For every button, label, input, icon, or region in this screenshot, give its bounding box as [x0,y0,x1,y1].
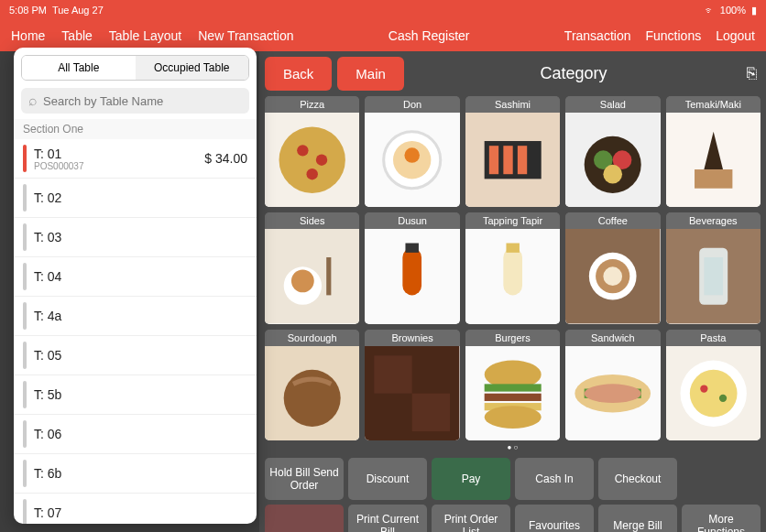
category-label: Dusun [365,212,459,229]
nav-table-layout[interactable]: Table Layout [109,28,181,43]
status-bar-indicator [23,263,27,290]
back-button[interactable]: Back [265,57,332,91]
category-tile[interactable]: Tapping Tapir [465,212,560,323]
status-bar-indicator [23,342,27,369]
food-image [565,229,660,323]
svg-point-56 [700,385,707,392]
hold-bill-button[interactable]: Hold Bill Send Order [265,458,344,500]
category-tile[interactable]: Sandwich [565,330,660,440]
category-tile[interactable]: Sides [265,212,359,323]
section-header: Section One [14,119,257,139]
table-name: T: 05 [34,348,247,363]
table-name: T: 07 [34,505,247,520]
svg-rect-42 [412,394,450,431]
food-image [565,346,660,440]
food-image [465,346,560,440]
category-tile[interactable]: Pizza [265,96,359,207]
discount-button[interactable]: Discount [348,458,427,500]
page-dots: ● ○ [265,440,761,454]
table-row[interactable]: T: 06 [14,415,257,454]
table-row[interactable]: T: 05 [14,336,257,375]
category-label: Sandwich [565,330,660,346]
pay-button[interactable]: Pay [432,458,510,500]
table-name: T: 02 [34,190,247,205]
nav-transaction[interactable]: Transaction [564,28,631,43]
print-bill-button[interactable]: Print Current Bill [348,505,427,532]
more-functions-button[interactable]: More Functions [682,505,761,532]
category-label: Tapping Tapir [465,212,560,229]
category-tile[interactable]: Don [365,96,459,207]
battery-icon: ▮ [751,5,757,16]
category-tile[interactable]: Brownies [365,330,459,440]
cash-in-button[interactable]: Cash In [515,458,594,500]
svg-point-23 [291,270,314,293]
table-row[interactable]: T: 5b [14,375,257,415]
svg-rect-30 [506,244,519,253]
table-name: T: 01 [34,147,204,161]
category-tile[interactable]: Coffee [565,212,660,323]
svg-rect-37 [704,257,723,295]
search-input[interactable] [43,94,242,108]
category-tile[interactable]: Sourdough [265,330,359,440]
food-image [265,113,359,207]
status-bar: 5:08 PM Tue Aug 27 ᯤ100%▮ [0,0,766,20]
favourites-button[interactable]: Favourites [515,505,594,532]
category-label: Pizza [265,96,359,113]
svg-point-48 [484,406,541,429]
main-button[interactable]: Main [337,57,404,91]
food-image [365,229,459,323]
table-amount: $ 34.00 [204,151,247,166]
seg-all-table[interactable]: All Table [22,56,136,80]
svg-rect-12 [503,146,512,174]
table-row[interactable]: T: 01POS000037$ 34.00 [14,139,257,179]
nav-home[interactable]: Home [11,28,45,43]
table-row[interactable]: T: 6b [14,454,257,494]
seg-occupied-table[interactable]: Occupied Table [136,56,249,80]
print-order-button[interactable]: Print Order List [432,505,510,532]
svg-rect-46 [484,394,541,401]
category-label: Brownies [365,330,459,346]
category-tile[interactable]: Sashimi [465,96,560,207]
search-field[interactable]: ⌕ [21,88,249,114]
checkout-button[interactable]: Checkout [598,458,677,500]
status-bar-indicator [23,223,27,251]
table-row[interactable]: T: 4a [14,297,257,336]
nav-logout[interactable]: Logout [716,28,755,43]
category-tile[interactable]: Burgers [465,330,560,440]
svg-point-57 [719,395,727,402]
table-name: T: 03 [34,230,247,244]
category-label: Coffee [565,212,660,229]
svg-point-3 [316,154,327,165]
food-image [365,346,459,440]
nav-new-transaction[interactable]: New Transaction [198,28,293,43]
category-tile[interactable]: Salad [565,96,660,207]
barcode-icon[interactable]: ⎘ [743,60,761,87]
search-icon: ⌕ [28,92,38,109]
nav-functions[interactable]: Functions [645,28,701,43]
table-row[interactable]: T: 04 [14,257,257,297]
category-tile[interactable]: Beverages [666,212,761,323]
svg-point-1 [279,127,345,193]
category-tile[interactable]: Temaki/Maki [666,96,761,207]
order-id: POS000037 [34,161,204,171]
page-title: Cash Register [294,28,564,43]
status-bar-indicator [23,499,27,524]
table-row[interactable]: T: 07 [14,494,257,524]
category-tile[interactable]: Dusun [365,212,459,323]
status-bar-indicator [23,145,27,172]
merge-bill-button[interactable]: Merge Bill [598,505,677,532]
navbar: Home Table Table Layout New Transaction … [0,20,766,51]
table-name: T: 06 [34,427,247,441]
nav-table[interactable]: Table [61,28,92,43]
food-image [565,113,660,207]
svg-rect-45 [484,384,541,391]
category-tile[interactable]: Pasta [666,330,761,440]
void-button[interactable]: Void [265,505,344,532]
table-row[interactable]: T: 02 [14,179,257,218]
food-image [666,113,761,207]
table-row[interactable]: T: 03 [14,218,257,257]
category-label: Pasta [666,330,761,346]
status-bar-indicator [23,420,27,448]
table-name: T: 5b [34,387,247,402]
svg-rect-27 [406,244,419,253]
